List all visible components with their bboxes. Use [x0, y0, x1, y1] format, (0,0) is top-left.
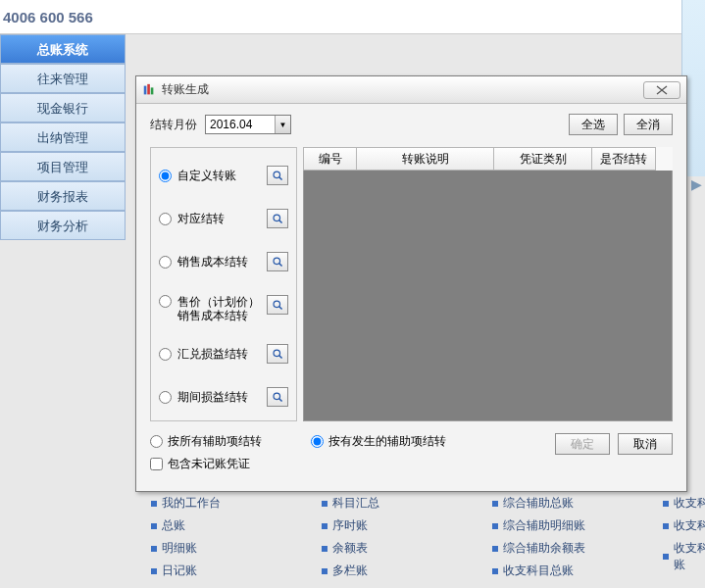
- dialog-titlebar: 转账生成: [136, 76, 686, 104]
- bg-link-3-2[interactable]: 收支科目三栏式明细账: [663, 540, 705, 573]
- transfer-type-panel: 自定义转账对应结转销售成本结转售价（计划价）销售成本结转汇兑损益结转期间损益结转: [150, 147, 297, 421]
- svg-line-8: [278, 263, 281, 266]
- month-select[interactable]: ▼: [205, 115, 291, 134]
- transfer-radio-4[interactable]: 汇兑损益结转: [159, 344, 288, 364]
- lookup-button-0[interactable]: [267, 166, 288, 185]
- bullet-icon: [151, 501, 157, 507]
- select-none-button[interactable]: 全消: [624, 114, 673, 135]
- bg-link-0-3[interactable]: 日记账: [151, 563, 278, 579]
- bg-link-2-3[interactable]: 收支科目总账: [492, 563, 620, 579]
- bullet-icon: [151, 546, 157, 552]
- ok-button[interactable]: 确定: [555, 433, 610, 455]
- sidebar-item-2[interactable]: 现金银行: [0, 93, 126, 122]
- expand-arrow-icon[interactable]: ▶: [691, 176, 702, 192]
- bullet-icon: [322, 546, 327, 552]
- svg-point-5: [274, 215, 280, 221]
- cancel-button[interactable]: 取消: [618, 433, 673, 455]
- transfer-generate-dialog: 转账生成 结转月份 ▼ 全选 全消 自定义转账对应结转销售成本结转售价（计划价）…: [135, 75, 687, 492]
- top-row: 结转月份 ▼ 全选 全消: [150, 114, 673, 135]
- bullet-icon: [663, 523, 669, 529]
- sidebar-item-0[interactable]: 总账系统: [0, 34, 126, 64]
- sidebar-item-6[interactable]: 财务分析: [0, 211, 126, 240]
- bullet-icon: [492, 501, 498, 507]
- transfer-radio-1[interactable]: 对应结转: [159, 209, 288, 228]
- sidebar-item-5[interactable]: 财务报表: [0, 181, 126, 211]
- phone-number: 4006 600 566: [3, 9, 93, 25]
- radio-all-aux[interactable]: 按所有辅助项结转: [150, 433, 262, 450]
- transfer-radio-5[interactable]: 期间损益结转: [159, 387, 288, 407]
- radio-occurred-aux[interactable]: 按有发生的辅助项结转: [311, 433, 446, 450]
- select-all-button[interactable]: 全选: [569, 114, 618, 135]
- svg-rect-0: [144, 85, 147, 94]
- svg-line-14: [278, 398, 281, 401]
- bg-link-2-0[interactable]: 综合辅助总账: [492, 495, 620, 512]
- bullet-icon: [492, 546, 498, 552]
- dropdown-button[interactable]: ▼: [275, 116, 290, 133]
- month-label: 结转月份: [150, 117, 197, 133]
- close-button[interactable]: [643, 81, 680, 99]
- month-input[interactable]: [206, 116, 275, 133]
- svg-point-9: [274, 301, 280, 308]
- bullet-icon: [322, 523, 327, 529]
- svg-rect-1: [147, 83, 150, 94]
- bullet-icon: [492, 523, 498, 529]
- sidebar-item-3[interactable]: 出纳管理: [0, 122, 126, 152]
- svg-point-7: [274, 258, 280, 265]
- bullet-icon: [322, 568, 327, 574]
- background-links: 我的工作台总账明细账日记账科目汇总序时账余额表多栏账综合辅助总账综合辅助明细账综…: [151, 495, 705, 579]
- svg-point-11: [274, 350, 280, 357]
- lookup-button-2[interactable]: [267, 252, 288, 271]
- bullet-icon: [322, 501, 327, 507]
- bg-link-0-1[interactable]: 总账: [151, 517, 278, 534]
- bg-link-1-3[interactable]: 多栏账: [322, 563, 449, 579]
- bg-link-1-2[interactable]: 余额表: [322, 540, 449, 557]
- bullet-icon: [663, 554, 669, 560]
- bullet-icon: [151, 568, 157, 574]
- svg-point-3: [274, 172, 280, 178]
- svg-line-12: [278, 355, 281, 358]
- bg-link-3-0[interactable]: 收支科目三栏式总账: [663, 495, 705, 512]
- chk-include-unposted[interactable]: 包含未记账凭证: [150, 456, 262, 472]
- close-icon: [655, 85, 669, 95]
- app-icon: [142, 83, 156, 97]
- top-bar: 4006 600 566: [0, 0, 705, 34]
- lookup-button-3[interactable]: [267, 295, 288, 315]
- grid-header: 编号转账说明凭证类别是否结转: [303, 147, 673, 171]
- grid-body[interactable]: [303, 171, 673, 421]
- bg-link-2-1[interactable]: 综合辅助明细账: [492, 517, 620, 534]
- bg-link-0-0[interactable]: 我的工作台: [151, 495, 278, 512]
- lookup-button-5[interactable]: [267, 387, 288, 407]
- lookup-button-4[interactable]: [267, 344, 288, 364]
- bg-link-2-2[interactable]: 综合辅助余额表: [492, 540, 620, 557]
- bg-link-3-1[interactable]: 收支科目明细账: [663, 517, 705, 534]
- column-header-1[interactable]: 转账说明: [356, 147, 493, 171]
- sidebar: 总账系统往来管理现金银行出纳管理项目管理财务报表财务分析: [0, 34, 126, 240]
- grid-zone: 编号转账说明凭证类别是否结转: [303, 147, 673, 421]
- bg-link-0-2[interactable]: 明细账: [151, 540, 278, 557]
- svg-line-10: [278, 306, 281, 309]
- transfer-radio-2[interactable]: 销售成本结转: [159, 252, 288, 271]
- column-header-2[interactable]: 凭证类别: [493, 147, 591, 171]
- transfer-radio-3[interactable]: 售价（计划价）销售成本结转: [159, 295, 288, 322]
- bullet-icon: [151, 523, 157, 529]
- bullet-icon: [663, 501, 669, 507]
- bullet-icon: [492, 568, 498, 574]
- lookup-button-1[interactable]: [267, 209, 288, 228]
- svg-rect-2: [151, 87, 154, 94]
- column-header-0[interactable]: 编号: [303, 147, 356, 171]
- column-header-3[interactable]: 是否结转: [591, 147, 656, 171]
- svg-line-6: [278, 220, 281, 222]
- svg-line-4: [278, 176, 281, 179]
- sidebar-item-1[interactable]: 往来管理: [0, 64, 126, 93]
- bottom-row: 按所有辅助项结转 包含未记账凭证 按有发生的辅助项结转 确定 取消: [150, 433, 673, 472]
- svg-point-13: [274, 393, 280, 400]
- dialog-title: 转账生成: [162, 81, 643, 98]
- transfer-radio-0[interactable]: 自定义转账: [159, 166, 288, 185]
- sidebar-item-4[interactable]: 项目管理: [0, 152, 126, 181]
- bg-link-1-1[interactable]: 序时账: [322, 517, 449, 534]
- bg-link-1-0[interactable]: 科目汇总: [322, 495, 449, 512]
